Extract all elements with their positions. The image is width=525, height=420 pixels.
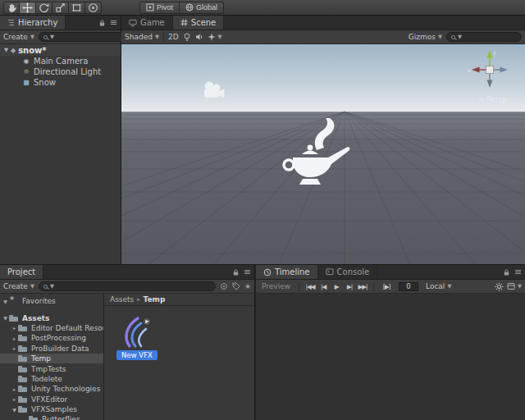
foldout-arrow-icon[interactable]: ▼ xyxy=(2,299,9,304)
scale-tool[interactable] xyxy=(52,2,69,14)
foldout-arrow-icon[interactable]: ▸ xyxy=(11,345,18,351)
panel-menu-icon[interactable] xyxy=(110,19,117,26)
search-by-label-icon[interactable] xyxy=(232,282,240,290)
breadcrumb-root[interactable]: Assets xyxy=(110,295,134,304)
audio-speaker-icon xyxy=(195,33,203,41)
effects-star-icon xyxy=(208,33,216,41)
search-icon xyxy=(43,35,48,39)
scale-tool-icon xyxy=(55,2,66,13)
gizmos-dropdown[interactable]: Gizmos ▼ xyxy=(409,33,442,41)
camera-gizmo-icon[interactable] xyxy=(200,80,228,102)
panel-menu-icon[interactable] xyxy=(514,268,522,276)
project-tree-item[interactable]: ▼ Assets xyxy=(0,313,103,322)
project-tree-item[interactable]: ▼ VFXSamples xyxy=(0,404,103,414)
global-label: Global xyxy=(196,3,217,11)
scene-viewport[interactable]: y x < Persp xyxy=(121,44,525,264)
project-tree-item[interactable]: TmpTests xyxy=(0,363,103,373)
shading-mode-dropdown[interactable]: Shaded ▼ xyxy=(125,33,159,41)
foldout-arrow-icon[interactable]: ▸ xyxy=(11,386,18,392)
frame-number-field[interactable] xyxy=(399,282,418,291)
tab-game[interactable]: Game xyxy=(121,16,173,30)
scene-panel: Game Scene Shaded ▼ 2D xyxy=(121,16,525,264)
scene-lighting-toggle[interactable] xyxy=(183,33,191,42)
play-range-toggle[interactable]: [▶] xyxy=(378,281,395,292)
project-tree-item[interactable]: ▸ Unity Technologies xyxy=(0,384,103,394)
prev-frame-button[interactable]: |◀ xyxy=(317,281,330,292)
lock-icon[interactable] xyxy=(98,19,106,27)
folder-icon xyxy=(18,375,29,383)
transform-tools xyxy=(3,2,102,14)
foldout-arrow-icon[interactable]: ▼ xyxy=(4,47,8,53)
hierarchy-create-dropdown[interactable]: Create ▼ xyxy=(3,33,34,41)
next-frame-button[interactable]: ▶| xyxy=(343,281,356,292)
lock-icon[interactable] xyxy=(503,268,510,276)
toggle-2d-button[interactable]: 2D xyxy=(168,33,179,41)
scene-search-input[interactable] xyxy=(464,33,517,41)
search-by-type-icon[interactable] xyxy=(220,282,228,290)
play-button[interactable]: ▶ xyxy=(330,281,343,292)
scene-orientation-gizmo[interactable]: y x xyxy=(468,48,512,92)
project-tree-item[interactable]: ▼ Favorites xyxy=(0,296,103,306)
perspective-mode-label[interactable]: < Persp xyxy=(478,95,507,103)
panel-menu-icon[interactable] xyxy=(244,268,251,276)
goto-start-button[interactable]: |◀◀ xyxy=(304,281,317,292)
project-tree-item[interactable]: ▸ Editor Default Resources xyxy=(0,323,103,333)
divider xyxy=(373,282,374,291)
pivot-toggle-button[interactable]: Pivot xyxy=(139,2,180,14)
scene-header-row[interactable]: ▼ ◆ snow* xyxy=(0,44,121,56)
project-create-dropdown[interactable]: Create ▼ xyxy=(3,282,34,290)
save-search-star-icon[interactable]: ★ xyxy=(244,282,251,290)
foldout-arrow-icon[interactable]: ▸ xyxy=(11,336,18,341)
project-tree-item[interactable]: ▸ ProBuilder Data xyxy=(0,344,103,354)
preview-toggle[interactable]: Preview xyxy=(262,282,290,290)
move-tool[interactable] xyxy=(20,2,36,14)
hierarchy-item[interactable]: ◉ Main Camera xyxy=(0,56,121,66)
goto-end-button[interactable]: ▶▶| xyxy=(356,281,369,292)
settings-gear-icon[interactable] xyxy=(495,282,504,291)
project-tree-item[interactable]: Todelete xyxy=(0,374,103,384)
foldout-arrow-icon[interactable]: ▼ xyxy=(11,407,18,413)
hierarchy-item-label: Snow xyxy=(34,78,56,87)
project-tree-item[interactable]: ▸ VFXEditor xyxy=(0,395,103,404)
global-toggle-button[interactable]: Global xyxy=(180,2,224,14)
project-tree-item[interactable]: Temp xyxy=(0,354,103,363)
hierarchy-item[interactable]: ■ Snow xyxy=(0,77,121,88)
foldout-arrow-icon[interactable]: ▼ xyxy=(2,315,9,321)
asset-item-new-vfx[interactable]: New VFX xyxy=(114,316,160,360)
scene-search-field[interactable]: ▼ xyxy=(446,32,522,42)
timeline-options-dropdown[interactable]: ▼ xyxy=(507,282,522,290)
effects-dropdown[interactable]: ▼ xyxy=(208,33,222,41)
y-axis-cone xyxy=(486,50,492,58)
scene-asset-icon: ◆ xyxy=(11,47,16,54)
asset-grid[interactable]: New VFX xyxy=(104,306,254,420)
vfx-lamp-gizmo-icon[interactable] xyxy=(281,116,358,192)
breadcrumb: Assets ▸ Temp xyxy=(104,294,254,306)
scene-audio-toggle[interactable] xyxy=(195,33,203,41)
rotate-tool[interactable] xyxy=(36,2,52,14)
transform-tool[interactable] xyxy=(85,2,102,14)
scene-tab-icon xyxy=(180,19,188,26)
project-search-field[interactable]: ▼ xyxy=(39,281,216,291)
project-tree-item[interactable]: ▸ PostProcessing xyxy=(0,333,103,343)
tab-project[interactable]: Project xyxy=(0,265,43,279)
breadcrumb-current[interactable]: Temp xyxy=(144,295,166,304)
tab-scene[interactable]: Scene xyxy=(173,16,225,30)
tab-console[interactable]: Console xyxy=(318,265,378,279)
hand-tool[interactable] xyxy=(3,2,20,14)
project-tree-item[interactable]: Butterflies xyxy=(0,414,103,420)
folder-icon xyxy=(18,395,29,404)
hierarchy-item[interactable]: ☼ Directional Light xyxy=(0,66,121,77)
project-search-input[interactable] xyxy=(57,282,211,290)
foldout-arrow-icon[interactable]: ▸ xyxy=(11,396,18,402)
tab-timeline[interactable]: Timeline xyxy=(256,265,318,279)
2d-label: 2D xyxy=(168,33,179,41)
console-tab-label: Console xyxy=(337,267,370,276)
timeline-track-area[interactable] xyxy=(256,294,525,420)
tab-hierarchy[interactable]: Hierarchy xyxy=(0,16,66,30)
rect-tool[interactable] xyxy=(69,2,85,14)
lock-icon[interactable] xyxy=(232,268,240,276)
pivot-global-toggles: Pivot Global xyxy=(139,2,224,14)
project-asset-pane: Assets ▸ Temp New VFX xyxy=(104,294,254,420)
foldout-arrow-icon[interactable]: ▸ xyxy=(11,325,18,331)
reference-mode-dropdown[interactable]: Local ▼ xyxy=(426,282,451,290)
